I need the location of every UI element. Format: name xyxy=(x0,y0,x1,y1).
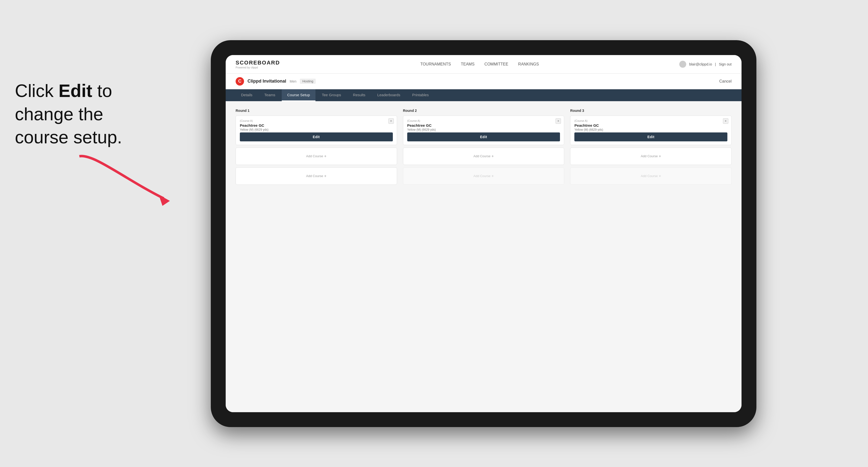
round-3-add-course-1-plus-icon: + xyxy=(659,154,661,158)
round-1-course-name: Peachtree GC xyxy=(240,123,393,127)
round-3-add-course-2: Add Course + xyxy=(570,167,732,185)
tournament-logo: C xyxy=(236,77,244,86)
nav-rankings[interactable]: RANKINGS xyxy=(518,62,539,66)
round-2-add-course-1-label: Add Course xyxy=(473,154,491,158)
tournament-info: C Clippd Invitational Men Hosting xyxy=(236,77,316,86)
nav-committee[interactable]: COMMITTEE xyxy=(484,62,508,66)
round-1-add-course-2-plus-icon: + xyxy=(324,174,327,178)
round-2-label: Round 2 xyxy=(403,108,564,113)
tab-course-setup[interactable]: Course Setup xyxy=(282,89,315,101)
instruction-bold: Edit xyxy=(59,81,92,101)
app-header: SCOREBOARD Powered by clippd TOURNAMENTS… xyxy=(226,55,742,74)
round-3-course-details: Yellow (M) (6629 yds) xyxy=(575,128,727,131)
tournament-name: Clippd Invitational xyxy=(248,79,286,84)
nav-tournaments[interactable]: TOURNAMENTS xyxy=(421,62,451,66)
tab-details[interactable]: Details xyxy=(236,89,258,101)
round-1-add-course-1-label: Add Course xyxy=(306,154,323,158)
round-1-add-course-2[interactable]: Add Course + xyxy=(236,167,397,185)
round-1-column: Round 1 × (Course A) Peachtree GC Yellow… xyxy=(236,108,397,187)
round-2-add-course-2-plus-icon: + xyxy=(492,174,494,178)
tournament-status: Hosting xyxy=(300,79,316,84)
round-1-add-course-2-label: Add Course xyxy=(306,174,323,178)
round-2-edit-button[interactable]: Edit xyxy=(407,132,560,142)
round-1-add-course-1[interactable]: Add Course + xyxy=(236,148,397,165)
user-email: blair@clippd.io xyxy=(689,62,712,66)
round-2-column: Round 2 × (Course A) Peachtree GC Yellow… xyxy=(403,108,564,187)
tab-leaderboards[interactable]: Leaderboards xyxy=(372,89,406,101)
tab-tee-groups[interactable]: Tee Groups xyxy=(316,89,347,101)
round-3-add-course-2-label: Add Course xyxy=(641,174,658,178)
tab-printables[interactable]: Printables xyxy=(407,89,434,101)
user-area: blair@clippd.io | Sign out xyxy=(679,61,732,68)
round-2-course-name: Peachtree GC xyxy=(407,123,560,127)
round-2-add-course-2-label: Add Course xyxy=(473,174,491,178)
round-2-course-label: (Course A) xyxy=(407,119,560,122)
svg-marker-0 xyxy=(159,195,170,206)
nav-teams[interactable]: TEAMS xyxy=(461,62,474,66)
round-2-delete-button[interactable]: × xyxy=(556,118,561,124)
tablet-device: SCOREBOARD Powered by clippd TOURNAMENTS… xyxy=(211,40,756,427)
round-3-column: Round 3 × (Course A) Peachtree GC Yellow… xyxy=(570,108,732,187)
round-2-add-course-1-plus-icon: + xyxy=(492,154,494,158)
tournament-gender: Men xyxy=(290,80,297,83)
round-3-edit-button[interactable]: Edit xyxy=(575,132,727,142)
instruction-text: Click Edit to change the course setup. xyxy=(15,80,159,149)
tab-results[interactable]: Results xyxy=(347,89,371,101)
round-1-course-card: × (Course A) Peachtree GC Yellow (M) (66… xyxy=(236,116,397,145)
round-3-course-card: × (Course A) Peachtree GC Yellow (M) (66… xyxy=(570,116,732,145)
round-1-add-course-1-plus-icon: + xyxy=(324,154,327,158)
round-2-course-details: Yellow (M) (6629 yds) xyxy=(407,128,560,131)
content-area: Round 1 × (Course A) Peachtree GC Yellow… xyxy=(226,101,742,412)
round-1-label: Round 1 xyxy=(236,108,397,113)
round-2-add-course-1[interactable]: Add Course + xyxy=(403,148,564,165)
brand-subtitle: Powered by clippd xyxy=(236,66,280,69)
separator: | xyxy=(715,62,716,66)
round-1-course-details: Yellow (M) (6629 yds) xyxy=(240,128,393,131)
round-2-course-card: × (Course A) Peachtree GC Yellow (M) (66… xyxy=(403,116,564,145)
arrow-indicator xyxy=(74,149,198,211)
round-1-edit-button[interactable]: Edit xyxy=(240,132,393,142)
round-3-label: Round 3 xyxy=(570,108,732,113)
cancel-button[interactable]: Cancel xyxy=(719,79,732,84)
tournament-bar: C Clippd Invitational Men Hosting Cancel xyxy=(226,74,742,89)
round-3-add-course-2-plus-icon: + xyxy=(659,174,661,178)
tabs-bar: Details Teams Course Setup Tee Groups Re… xyxy=(226,89,742,101)
sign-out-link[interactable]: Sign out xyxy=(719,62,732,66)
brand-logo: SCOREBOARD Powered by clippd xyxy=(236,60,280,69)
round-3-add-course-1[interactable]: Add Course + xyxy=(570,148,732,165)
round-3-course-name: Peachtree GC xyxy=(575,123,727,127)
rounds-container: Round 1 × (Course A) Peachtree GC Yellow… xyxy=(236,108,732,187)
round-2-add-course-2: Add Course + xyxy=(403,167,564,185)
tab-teams[interactable]: Teams xyxy=(259,89,281,101)
main-nav: TOURNAMENTS TEAMS COMMITTEE RANKINGS xyxy=(421,62,539,66)
user-avatar xyxy=(679,61,686,68)
round-3-course-label: (Course A) xyxy=(575,119,727,122)
round-1-course-label: (Course A) xyxy=(240,119,393,122)
brand-title: SCOREBOARD xyxy=(236,60,280,66)
instruction-area: Click Edit to change the course setup. xyxy=(15,80,159,149)
round-3-add-course-1-label: Add Course xyxy=(641,154,658,158)
round-1-delete-button[interactable]: × xyxy=(389,118,394,124)
tablet-screen: SCOREBOARD Powered by clippd TOURNAMENTS… xyxy=(226,55,742,412)
round-3-delete-button[interactable]: × xyxy=(723,118,728,124)
